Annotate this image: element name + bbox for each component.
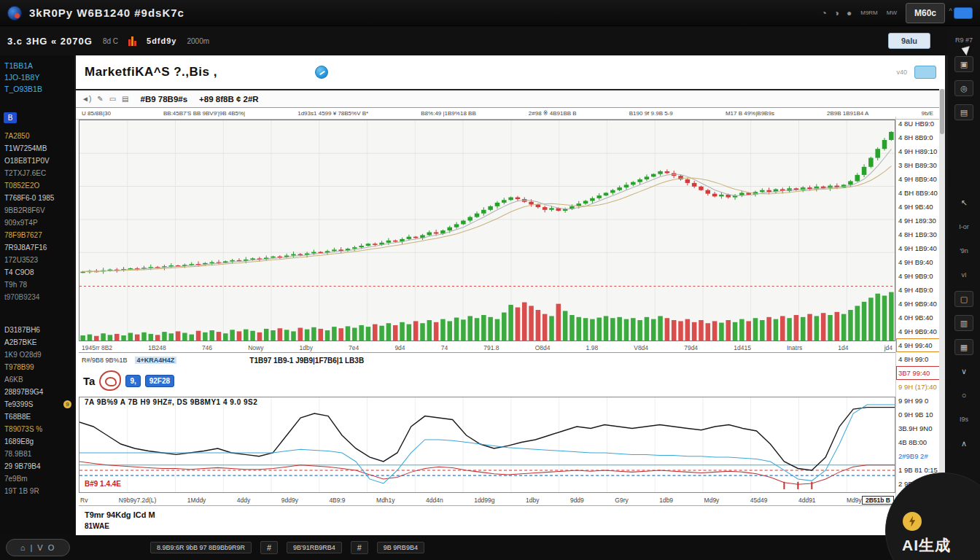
- price-level[interactable]: 4 9H 1B9:40: [896, 241, 941, 255]
- toolbar-icon[interactable]: ▤: [122, 95, 128, 103]
- price-level[interactable]: 4 8H 1B9:30: [896, 228, 941, 241]
- sidebar-badge[interactable]: B: [4, 112, 17, 123]
- watchlist-item[interactable]: T68B8E: [0, 411, 74, 423]
- watchlist-item[interactable]: O18E8T1P0V: [0, 155, 74, 167]
- tool-icon[interactable]: ▣: [954, 56, 973, 72]
- price-level[interactable]: 4B 8B:00: [896, 435, 941, 449]
- watchlist-item[interactable]: 7A2850: [0, 130, 74, 142]
- watchlist-item[interactable]: 29 9B79B4: [0, 460, 74, 472]
- scrollbar-thumb[interactable]: [940, 89, 944, 134]
- tool-icon[interactable]: ▥: [954, 315, 973, 331]
- watchlist-item[interactable]: 909x9T4P: [0, 217, 74, 229]
- price-level[interactable]: 4 8H 8B9:0: [896, 131, 941, 144]
- price-level[interactable]: 9 9H 99 0: [896, 394, 941, 408]
- tool-icon[interactable]: '9n: [954, 243, 973, 259]
- watchlist-item[interactable]: T978B99: [0, 361, 74, 373]
- status-chip[interactable]: 9B 9RB9B4: [377, 542, 424, 553]
- sidebar-link[interactable]: 1JO-1B8Y: [0, 71, 74, 83]
- price-level[interactable]: 4 BH 8B9:40: [896, 186, 941, 200]
- symbol-code[interactable]: 3.c 3HG « 2070G: [7, 36, 93, 47]
- tool-icon[interactable]: ∨: [954, 363, 973, 379]
- watchlist-item[interactable]: 9BB2R8F6V: [0, 204, 74, 217]
- tool-icon[interactable]: ∧: [954, 435, 973, 451]
- price-level[interactable]: 9 9H (17):40: [896, 380, 941, 394]
- price-level[interactable]: 4 9H 9B9:0: [896, 269, 941, 283]
- watchlist-item[interactable]: T1W7254MB: [0, 142, 74, 155]
- titlebar-icon[interactable]: ◑: [834, 8, 839, 18]
- toolbar-label-1[interactable]: #B9 78B9#s: [141, 95, 188, 104]
- indicator-selected-tab[interactable]: 4+KRA4H4Z: [135, 357, 177, 364]
- sidebar-link[interactable]: T1BB1A: [0, 60, 74, 71]
- price-level[interactable]: 0 9H 9B 10: [896, 408, 941, 421]
- sidebar-link[interactable]: T_O93B1B: [0, 83, 74, 95]
- price-level[interactable]: 4 9H 4B9:0: [896, 283, 941, 297]
- tool-icon[interactable]: I-or: [954, 219, 973, 235]
- logo-badge-2[interactable]: 92F28: [145, 375, 174, 387]
- watchlist-item[interactable]: t970B9234: [0, 291, 74, 303]
- tool-icon[interactable]: ◎: [954, 80, 973, 96]
- watchlist-item[interactable]: 1K9 O28d9: [0, 349, 74, 361]
- price-level[interactable]: 4 8H 99:0: [896, 352, 941, 366]
- watchlist-item[interactable]: T89073S %: [0, 423, 74, 435]
- price-level[interactable]: 3B.9H 9N0: [896, 421, 941, 435]
- titlebar-icon[interactable]: ●: [847, 8, 852, 18]
- watchlist-item[interactable]: 78F9B7627: [0, 229, 74, 241]
- tool-icon[interactable]: ○: [954, 387, 973, 403]
- price-level[interactable]: 4 9H B9:40: [896, 255, 941, 269]
- status-chip[interactable]: 8.9B9:6R 9bB 97 8B9Bb9R9R: [150, 542, 252, 553]
- watchlist-item[interactable]: A2B7BKE: [0, 336, 74, 349]
- price-level[interactable]: 4 9H 9B9:40: [896, 297, 941, 311]
- indicator-chart[interactable]: [79, 397, 895, 493]
- status-chip[interactable]: 9B'91RB9RB4: [287, 542, 342, 553]
- tool-icon[interactable]: ▤: [954, 104, 973, 120]
- price-level[interactable]: 4 0H 9B:40: [896, 311, 941, 324]
- price-level[interactable]: 4 9H 9B9:40: [896, 324, 941, 338]
- tool-icon[interactable]: vI: [954, 267, 973, 283]
- toolbar-icon[interactable]: ◄): [82, 95, 91, 103]
- price-level[interactable]: 4 8U HB9:0: [896, 117, 941, 131]
- watchlist-item[interactable]: 7R9J8A7F16: [0, 241, 74, 254]
- status-chip[interactable]: #: [260, 541, 278, 554]
- watchlist-item[interactable]: T4 C9O8: [0, 266, 74, 279]
- tool-icon[interactable]: ↖: [954, 195, 973, 211]
- toolbar-icon[interactable]: ✎: [97, 95, 103, 103]
- watchlist-item[interactable]: 78.9B81: [0, 448, 74, 460]
- status-pill[interactable]: ⌂ | V O: [6, 539, 70, 556]
- price-level[interactable]: 4 9H 99:40: [896, 338, 941, 352]
- watchlist-item[interactable]: D3187BH6: [0, 324, 74, 336]
- status-chip[interactable]: #: [351, 541, 368, 554]
- panel-header-button[interactable]: [914, 66, 936, 79]
- tool-icon[interactable]: I9s: [954, 411, 973, 427]
- watchlist-item[interactable]: 19T 1B 9R: [0, 485, 74, 497]
- price-level[interactable]: 4 9H H89:10: [896, 144, 941, 158]
- quote-action-button[interactable]: 9alu: [888, 33, 930, 49]
- titlebar-blue-button[interactable]: [954, 7, 973, 19]
- watchlist-item[interactable]: 28897B9G4: [0, 386, 74, 398]
- price-level[interactable]: 3B7 99:40: [896, 366, 941, 380]
- watchlist-item[interactable]: 7e9Bm: [0, 472, 74, 485]
- tool-icon[interactable]: ▢: [954, 291, 973, 307]
- tool-icon[interactable]: ▦: [954, 339, 973, 355]
- titlebar-icon[interactable]: ◔: [821, 8, 826, 18]
- price-level[interactable]: 3 8H B89:30: [896, 158, 941, 172]
- watchlist-item[interactable]: T9h 78: [0, 279, 74, 291]
- watchlist-item[interactable]: A6KB: [0, 373, 74, 386]
- panel-scrollbar[interactable]: [939, 89, 945, 528]
- watchlist-item[interactable]: Te9399S 9: [0, 398, 74, 411]
- watchlist-item[interactable]: 1689E8g: [0, 435, 74, 448]
- logo-badge-1[interactable]: 9,: [125, 375, 140, 387]
- price-level[interactable]: 4 9H 189:30: [896, 214, 941, 228]
- price-level[interactable]: 4 9H 8B9:40: [896, 172, 941, 186]
- info-badge-icon[interactable]: [315, 66, 328, 79]
- clock-menu-button[interactable]: M60c ^: [906, 3, 945, 23]
- watchlist-item[interactable]: T0852E2O: [0, 179, 74, 192]
- tool-icon[interactable]: [954, 128, 973, 187]
- candlestick-chart[interactable]: [79, 120, 895, 341]
- price-level[interactable]: 4 9H 9B:40: [896, 200, 941, 214]
- watchlist-item[interactable]: 172U3523: [0, 254, 74, 266]
- watchlist-item[interactable]: T768F6-0 1985: [0, 192, 74, 204]
- indicator-tabs-label[interactable]: R#/9B8 9B%1B: [82, 357, 128, 364]
- price-level[interactable]: 2#9B9 2#: [896, 449, 941, 463]
- watchlist-item[interactable]: T2TXJ7.6EC: [0, 167, 74, 179]
- toolbar-label-2[interactable]: +89 8f8B ¢ 2#R: [199, 95, 259, 104]
